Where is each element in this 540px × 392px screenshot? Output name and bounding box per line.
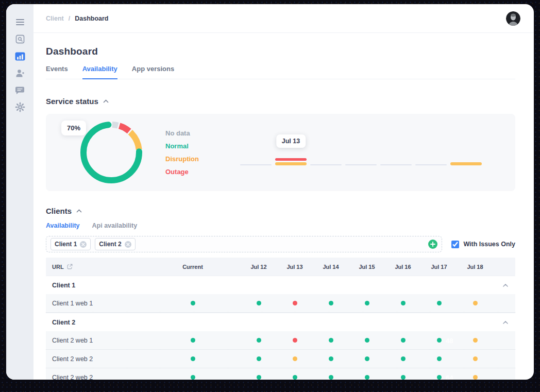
legend-item-disruption: Disruption	[165, 155, 199, 163]
status-dot-normal[interactable]	[437, 356, 442, 361]
status-dot-normal[interactable]	[191, 375, 195, 380]
status-dot-normal[interactable]	[329, 375, 333, 380]
status-dot-normal[interactable]	[191, 356, 195, 361]
table-group-row[interactable]: Client 2	[46, 313, 515, 331]
filter-row: Client 1Client 2 With Issues Only	[46, 236, 515, 252]
with-issues-checkbox[interactable]	[451, 241, 459, 248]
status-dot-normal[interactable]	[401, 301, 406, 305]
sidebar-item-chat[interactable]	[11, 86, 29, 97]
collapse-group-button[interactable]	[493, 321, 515, 324]
donut-legend: No dataNormalDisruptionOutage	[165, 129, 199, 176]
status-dot-disruption[interactable]	[293, 356, 297, 361]
timeline-day-jul-15[interactable]	[345, 152, 377, 165]
timeline-day-jul-13[interactable]: Jul 13	[275, 152, 307, 165]
remove-chip-icon[interactable]	[125, 241, 131, 248]
remove-chip-icon[interactable]	[80, 241, 87, 248]
status-cell	[175, 350, 211, 368]
timeline-day-jul-16[interactable]	[380, 152, 412, 165]
tab-app-versions[interactable]: App versions	[132, 65, 174, 79]
status-cell	[313, 294, 349, 312]
column-header: Jul 14	[313, 264, 349, 270]
breadcrumb-parent[interactable]: Client	[46, 15, 64, 22]
tab-availability[interactable]: Availability	[82, 65, 117, 79]
status-dot-normal[interactable]	[191, 338, 195, 343]
status-cell: 64	[421, 368, 457, 380]
status-cell	[349, 294, 385, 312]
status-dot-normal[interactable]	[329, 301, 333, 305]
status-dot-normal[interactable]	[293, 375, 297, 380]
client-chip[interactable]: Client 2	[95, 238, 135, 250]
page-content: Dashboard EventsAvailabilityApp versions…	[33, 33, 534, 380]
timeline-bar-outage	[275, 158, 307, 161]
sidebar-item-users[interactable]	[11, 69, 29, 80]
status-dot-normal[interactable]	[257, 301, 261, 305]
search-doc-icon	[15, 34, 25, 46]
status-dot-normal[interactable]	[329, 356, 333, 361]
timeline-bar-none	[345, 164, 377, 165]
table-group-row[interactable]: Client 1	[46, 276, 515, 294]
clients-tab-availability[interactable]: Availability	[46, 222, 80, 229]
client-chip[interactable]: Client 1	[50, 238, 91, 250]
timeline-day-jul-12[interactable]	[240, 152, 272, 165]
row-url-label: Client 2 web 2	[46, 374, 175, 380]
chip-label: Client 1	[55, 241, 77, 248]
sidebar	[6, 4, 33, 380]
status-dot-outage[interactable]	[293, 301, 297, 305]
status-cell: 48	[421, 331, 457, 349]
status-timeline: Jul 13	[240, 152, 482, 165]
timeline-bar-none	[240, 164, 272, 165]
timeline-bar-none	[415, 164, 447, 165]
column-header: Jul 18	[457, 264, 493, 270]
topbar: Client / Dashboard	[33, 4, 534, 33]
status-dot-normal[interactable]	[437, 375, 442, 380]
status-dot-normal[interactable]	[365, 338, 369, 343]
status-dot-disruption[interactable]	[473, 301, 478, 305]
faint-value-label: 48	[446, 336, 453, 344]
timeline-day-jul-14[interactable]	[310, 152, 342, 165]
status-dot-normal[interactable]	[191, 301, 195, 305]
column-header-url[interactable]: URL	[46, 264, 175, 270]
table-row: Client 2 web 2	[46, 350, 515, 368]
status-dot-normal[interactable]	[437, 301, 442, 305]
status-dot-normal[interactable]	[257, 375, 261, 380]
status-dot-disruption[interactable]	[473, 375, 478, 380]
status-dot-normal[interactable]	[257, 338, 261, 343]
chip-label: Client 2	[99, 241, 121, 248]
timeline-bar-none	[310, 164, 342, 165]
collapse-group-button[interactable]	[493, 284, 515, 287]
status-cell	[313, 368, 349, 380]
timeline-day-jul-17[interactable]	[415, 152, 447, 165]
status-dot-normal[interactable]	[401, 338, 406, 343]
status-dot-normal[interactable]	[401, 356, 406, 361]
breadcrumb-current: Dashboard	[75, 15, 108, 22]
avatar[interactable]	[506, 11, 520, 26]
clients-header[interactable]: Clients	[46, 207, 515, 215]
status-dot-disruption[interactable]	[473, 356, 478, 361]
client-filter-box[interactable]: Client 1Client 2	[46, 236, 442, 252]
status-dot-normal[interactable]	[401, 375, 406, 380]
status-cell	[277, 331, 313, 349]
sidebar-item-menu[interactable]	[11, 18, 29, 29]
status-dot-normal[interactable]	[257, 356, 261, 361]
service-status-header[interactable]: Service status	[46, 97, 515, 106]
add-client-button[interactable]	[428, 240, 437, 249]
sidebar-item-gear[interactable]	[11, 103, 29, 114]
row-url-label: Client 2 web 1	[46, 337, 175, 344]
timeline-day-jul-18[interactable]	[450, 152, 482, 165]
clients-title: Clients	[46, 207, 72, 215]
status-dot-normal[interactable]	[329, 338, 333, 343]
status-cell	[421, 294, 457, 312]
service-status-title: Service status	[46, 97, 98, 106]
status-dot-normal[interactable]	[365, 375, 369, 380]
status-dot-normal[interactable]	[365, 301, 369, 305]
sidebar-item-bar-chart[interactable]	[11, 52, 29, 63]
status-dot-normal[interactable]	[437, 338, 442, 343]
status-dot-outage[interactable]	[293, 338, 297, 343]
clients-tab-api-availability[interactable]: Api availability	[92, 222, 138, 229]
status-dot-disruption[interactable]	[473, 338, 478, 343]
status-dot-normal[interactable]	[365, 356, 369, 361]
tab-events[interactable]: Events	[46, 65, 68, 79]
sidebar-item-search-doc[interactable]	[11, 35, 29, 46]
status-cell	[241, 350, 277, 368]
status-cell	[421, 350, 457, 368]
